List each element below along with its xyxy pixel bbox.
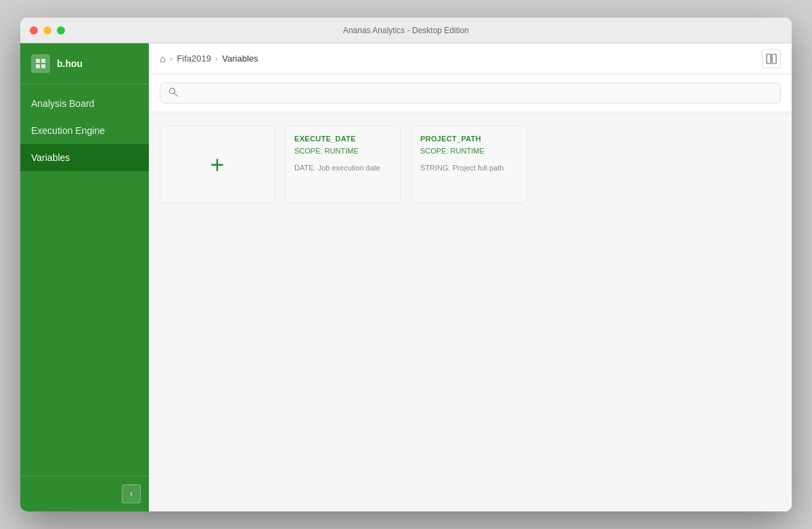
sidebar-item-execution-engine[interactable]: Execution Engine [20,117,149,144]
user-icon [31,54,50,73]
user-section[interactable]: b.hou [20,43,149,85]
svg-rect-5 [772,54,776,64]
search-wrapper [160,83,781,104]
variable-name-0: EXECUTE_DATE [294,135,356,143]
sidebar-collapse-button[interactable]: ‹ [122,484,141,503]
svg-rect-3 [41,64,45,68]
svg-rect-4 [767,54,771,64]
cards-grid: + EXECUTE_DATE SCOPE: RUNTIME DATE. Job … [160,126,781,204]
add-icon: + [210,153,224,177]
svg-rect-1 [41,59,45,63]
content-header: ⌂ › Fifa2019 › Variables [149,43,792,74]
variable-scope-0: SCOPE: RUNTIME [294,147,359,155]
breadcrumb-home-icon[interactable]: ⌂ [160,53,166,64]
svg-rect-2 [36,64,40,68]
variable-desc-0: DATE. Job execution date [294,163,380,173]
breadcrumb: ⌂ › Fifa2019 › Variables [160,53,258,64]
titlebar: Ananas Analytics - Desktop Edition [20,18,792,43]
variable-name-1: PROJECT_PATH [420,135,481,143]
main-layout: b.hou Analysis Board Execution Engine Va… [20,43,792,511]
close-button[interactable] [30,26,38,34]
breadcrumb-current: Variables [222,53,258,64]
svg-rect-0 [36,59,40,63]
search-container [149,74,792,112]
maximize-button[interactable] [57,26,65,34]
sidebar-footer: ‹ [20,476,149,511]
breadcrumb-separator-1: › [170,53,173,64]
breadcrumb-separator-2: › [215,53,218,64]
app-window: Ananas Analytics - Desktop Edition b.hou [20,18,792,511]
window-controls [30,26,65,34]
username: b.hou [57,58,83,69]
content-area: ⌂ › Fifa2019 › Variables [149,43,792,511]
search-input[interactable] [183,88,772,98]
sidebar: b.hou Analysis Board Execution Engine Va… [20,43,149,511]
sidebar-item-variables[interactable]: Variables [20,144,149,171]
minimize-button[interactable] [43,26,51,34]
breadcrumb-project[interactable]: Fifa2019 [177,53,211,64]
add-variable-card[interactable]: + [160,126,275,204]
variable-desc-1: STRING. Project full path [420,163,504,173]
variable-scope-1: SCOPE: RUNTIME [420,147,484,155]
window-title: Ananas Analytics - Desktop Edition [343,26,469,35]
cards-container: + EXECUTE_DATE SCOPE: RUNTIME DATE. Job … [149,112,792,511]
sidebar-item-analysis-board[interactable]: Analysis Board [20,90,149,117]
variable-card-1[interactable]: PROJECT_PATH SCOPE: RUNTIME STRING. Proj… [411,126,526,204]
svg-line-7 [175,93,177,96]
search-icon [168,87,178,99]
layout-toggle-button[interactable] [762,49,781,68]
variable-card-0[interactable]: EXECUTE_DATE SCOPE: RUNTIME DATE. Job ex… [286,126,401,204]
sidebar-nav: Analysis Board Execution Engine Variable… [20,85,149,476]
